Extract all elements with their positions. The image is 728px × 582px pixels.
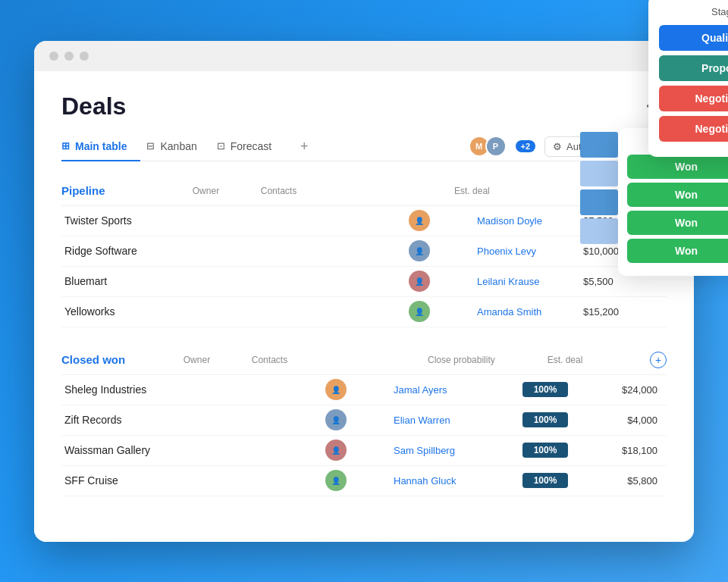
- page-header: Deals: [61, 92, 667, 120]
- bar-1: [580, 132, 618, 158]
- owner-cell: 👤: [325, 470, 394, 491]
- owner-col-label: Owner: [193, 186, 261, 196]
- pipeline-cols: Owner Contacts: [193, 186, 367, 196]
- automate-icon: ⚙: [553, 141, 562, 152]
- stage-option-qualified[interactable]: Qualified: [659, 25, 728, 51]
- prob-cell: 100%: [500, 382, 591, 397]
- row-company-name: SFF Cruise: [61, 467, 325, 494]
- won-option-2[interactable]: Won: [627, 211, 728, 235]
- closed-won-row-3: SFF Cruise 👤 Hannah Gluck 100% $5,800: [61, 466, 667, 496]
- browser-window: Deals ⊞ Main table ⊟ Kanban ⊡ Forecast +: [34, 41, 694, 542]
- owner-avatar: 👤: [409, 240, 430, 261]
- closed-won-row-2: Waissman Gallery 👤 Sam Spillberg 100% $1…: [61, 436, 667, 466]
- estdeal-col-label: Est. deal: [454, 186, 490, 196]
- est-deal-cell: $24,000: [597, 383, 657, 396]
- prob-value: 100%: [522, 412, 568, 427]
- row-company-name: Waissman Gallery: [61, 436, 325, 464]
- pipeline-header: Pipeline Owner Contacts Est. deal +: [61, 177, 667, 206]
- row-company-name: Zift Records: [61, 406, 325, 433]
- est-deal-value: $4,000: [627, 415, 657, 426]
- contacts-cell: Madison Doyle: [477, 214, 583, 227]
- owner-avatar: 👤: [409, 271, 430, 292]
- est-deal-cell: $4,000: [597, 413, 657, 427]
- pipeline-section: Pipeline Owner Contacts Est. deal + Twis…: [61, 177, 667, 327]
- tab-main-table[interactable]: ⊞ Main table: [61, 133, 140, 161]
- owner-cell: 👤: [409, 210, 477, 231]
- owner-avatar: 👤: [325, 379, 347, 400]
- est-deal-value: $5,800: [627, 475, 657, 487]
- closed-won-cols: Owner Contacts: [184, 355, 358, 365]
- contact-name[interactable]: Phoenix Levy: [477, 246, 536, 257]
- pipeline-row-2: Bluemart 👤 Leilani Krause $5,500: [61, 267, 667, 297]
- est-deal-value: $15,200: [583, 306, 619, 318]
- contact-name[interactable]: Madison Doyle: [477, 215, 542, 227]
- tab-kanban-label: Kanban: [160, 140, 196, 152]
- stage-option-negotiation-1[interactable]: Negotiation: [659, 86, 728, 111]
- contact-name[interactable]: Sam Spillberg: [394, 445, 455, 456]
- pipeline-title: Pipeline: [61, 184, 105, 197]
- pipeline-row-0: Twister Sports 👤 Madison Doyle $7,500: [61, 206, 667, 236]
- stage-dropdown-title: Stage: [659, 6, 728, 17]
- won-option-1[interactable]: Won: [627, 183, 728, 207]
- est-deal-value: $18,100: [622, 445, 657, 456]
- contacts-cell: Phoenix Levy: [477, 244, 583, 258]
- close-prob-col-label: Close probability: [416, 355, 507, 365]
- contact-name[interactable]: Jamal Ayers: [394, 384, 447, 396]
- contacts-cell: Jamal Ayers: [394, 383, 500, 396]
- tab-forecast-label: Forecast: [231, 140, 271, 152]
- closed-won-title: Closed won: [61, 353, 125, 366]
- est-deal-value: $24,000: [622, 384, 657, 396]
- prob-cell: 100%: [500, 443, 591, 458]
- est-deal-cell: $5,500: [583, 274, 659, 288]
- owner-col-label2: Owner: [184, 355, 252, 365]
- stage-option-negotiation-2[interactable]: Negotiation: [659, 116, 728, 142]
- est-deal-cell: $15,200: [583, 305, 659, 318]
- owner-avatar: 👤: [325, 440, 347, 461]
- browser-dot-1: [49, 52, 58, 61]
- contacts-cell: Sam Spillberg: [394, 443, 500, 457]
- browser-bar: [34, 41, 694, 71]
- pipeline-row-3: Yelloworks 👤 Amanda Smith $15,200: [61, 297, 667, 327]
- app-content: Deals ⊞ Main table ⊟ Kanban ⊡ Forecast +: [34, 71, 694, 542]
- pipeline-row-1: Ridge Software 👤 Phoenix Levy $10,000: [61, 236, 667, 267]
- prob-value: 100%: [522, 382, 568, 397]
- won-option-0[interactable]: Won: [627, 155, 728, 179]
- row-company-name: Ridge Software: [61, 237, 409, 264]
- row-company-name: Twister Sports: [61, 207, 409, 234]
- contacts-cell: Elian Warren: [394, 413, 500, 427]
- est-deal-cell: $5,800: [597, 474, 657, 487]
- row-company-name: Bluemart: [61, 268, 409, 295]
- est-deal-cell: $18,100: [597, 443, 657, 457]
- closed-won-row-0: Sheleg Industries 👤 Jamal Ayers 100% $24…: [61, 375, 667, 405]
- contact-name[interactable]: Leilani Krause: [477, 276, 539, 287]
- bar-2: [580, 161, 618, 186]
- stage-option-proposal[interactable]: Proposal: [659, 55, 728, 81]
- tab-kanban[interactable]: ⊟ Kanban: [146, 133, 210, 161]
- contact-name[interactable]: Amanda Smith: [477, 306, 541, 318]
- contacts-cell: Amanda Smith: [477, 305, 583, 318]
- tabs-row: ⊞ Main table ⊟ Kanban ⊡ Forecast + M P +…: [61, 133, 667, 161]
- est-deal-value: $10,000: [583, 246, 619, 257]
- tab-add-button[interactable]: +: [294, 136, 314, 156]
- contacts-cell: Hannah Gluck: [394, 474, 500, 487]
- forecast-icon: ⊡: [217, 140, 225, 152]
- closed-won-row-1: Zift Records 👤 Elian Warren 100% $4,000: [61, 405, 667, 436]
- row-company-name: Sheleg Industries: [61, 376, 325, 403]
- owner-avatar: 👤: [325, 470, 347, 491]
- contact-name[interactable]: Hannah Gluck: [394, 475, 456, 487]
- contact-name[interactable]: Elian Warren: [394, 415, 450, 426]
- owner-avatar: 👤: [409, 301, 430, 322]
- page-title: Deals: [61, 92, 126, 120]
- contacts-col-label: Contacts: [261, 186, 367, 196]
- owner-avatar: 👤: [325, 409, 347, 430]
- add-column-button-2[interactable]: +: [650, 352, 667, 368]
- closed-won-header: Closed won Owner Contacts Close probabil…: [61, 346, 667, 375]
- prob-cell: 100%: [500, 473, 591, 488]
- tab-forecast[interactable]: ⊡ Forecast: [217, 133, 285, 161]
- bar-3: [580, 189, 618, 215]
- owner-cell: 👤: [409, 271, 477, 292]
- kanban-icon: ⊟: [146, 140, 155, 152]
- badge-count: +2: [516, 140, 536, 152]
- won-option-3[interactable]: Won: [627, 239, 728, 263]
- owner-cell: 👤: [409, 301, 477, 322]
